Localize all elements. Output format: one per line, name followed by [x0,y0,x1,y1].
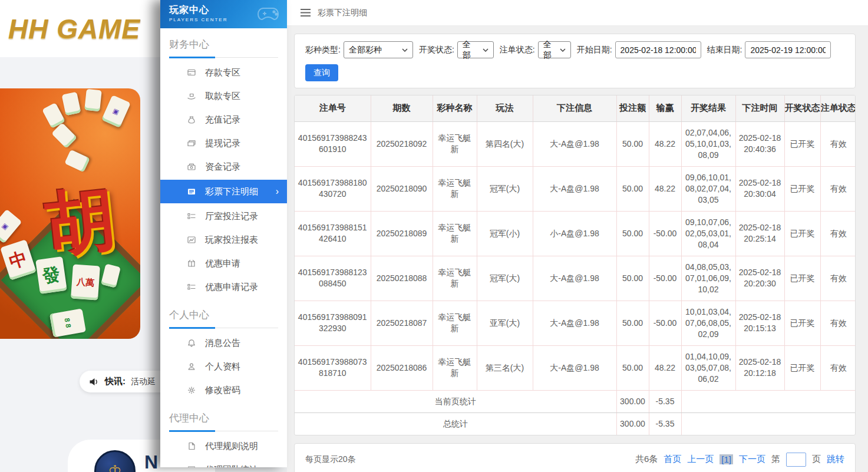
summary-winloss-total: -5.35 [649,412,681,435]
sidebar-item-password-gear[interactable]: 修改密码 [160,378,287,402]
sidebar-item-label: 厅室投注记录 [205,211,258,222]
table-cell: 20250218087 [371,301,433,345]
table-cell: 48.22 [649,166,681,211]
sidebar-item-player-report[interactable]: 玩家投注报表 [160,228,287,252]
sidebar-item-hall-records[interactable]: 厅室投注记录 [160,204,287,228]
table-cell: 有效 [820,121,856,166]
current-page-indicator: [1] [720,454,733,464]
prev-page-link[interactable]: 上一页 [687,454,714,465]
jump-prefix-label: 第 [771,454,780,465]
bet-status-select[interactable]: 全部 [538,41,571,58]
bet-table: 注单号期数彩种名称玩法下注信息投注额输赢开奖结果下注时间开奖状态注单状态4015… [295,95,856,435]
sidebar-item-withdraw-hand[interactable]: 取款专区 [160,84,287,108]
end-date-label: 结束日期: [707,45,742,55]
sidebar-item-recharge-moneybag[interactable]: 充值记录 [160,108,287,131]
team-logo: ♔ [94,450,136,472]
start-date-input[interactable] [615,41,701,58]
column-header: 彩种名称 [433,95,477,121]
sidebar-item-label: 代理规则说明 [205,441,258,452]
sidebar-item-promo-apply[interactable]: 优惠申请 [160,252,287,275]
table-cell: 冠军(小) [477,211,533,256]
jump-page-input[interactable] [786,453,806,467]
hamburger-icon[interactable] [301,9,311,16]
sidebar-item-label: 代理团队统计 [205,464,258,468]
table-header-row: 注单号期数彩种名称玩法下注信息投注额输赢开奖结果下注时间开奖状态注单状态 [295,95,856,121]
table-cell: 50.00 [616,211,649,256]
table-cell: 02,07,04,06,05,10,01,03,08,09 [681,121,735,166]
table-row: 40156917398824360191020250218092幸运飞艇新第四名… [295,121,856,166]
sidebar-item-label: 优惠申请记录 [205,282,258,293]
table-cell: 大-A盘@1.98 [533,301,616,345]
chevron-down-icon [402,48,408,52]
sidebar: 玩家中心 PLAYERS CENTER 财务中心存款专区取款专区充值记录提现记录… [160,0,287,467]
sidebar-item-label: 充值记录 [205,114,240,126]
section-divider [169,430,278,432]
sidebar-section: 个人中心 [169,308,278,329]
end-date-input[interactable] [745,41,831,58]
table-cell: 幸运飞艇新 [433,121,477,166]
message-bell-icon [187,338,196,348]
table-cell: 401569173988073818710 [295,345,371,390]
table-cell: 2025-02-18 20:12:18 [735,345,784,390]
table-cell: 48.22 [649,345,681,390]
sidebar-item-deposit-card[interactable]: 存款专区 [160,61,287,84]
table-cell: 已开奖 [784,166,820,211]
summary-bet-total: 300.00 [616,390,649,412]
jump-suffix-label: 页 [812,454,821,465]
column-header: 下注时间 [735,95,784,121]
summary-row: 总统计300.00-5.35 [295,412,856,435]
table-row: 40156917398809132293020250218087幸运飞艇新亚军(… [295,301,856,345]
sidebar-item-promo-records[interactable]: 优惠申请记录 [160,275,287,299]
hall-records-icon [187,212,196,221]
column-header: 期数 [371,95,433,121]
summary-row: 当前页统计300.00-5.35 [295,390,856,412]
draw-status-select[interactable]: 全部 [457,41,494,58]
summary-winloss-total: -5.35 [649,390,681,412]
sidebar-item-label: 优惠申请 [205,258,240,269]
query-button[interactable]: 查询 [305,64,338,81]
table-cell: -50.00 [649,256,681,301]
table-cell: 有效 [820,211,856,256]
table-cell: 2025-02-18 20:40:36 [735,121,784,166]
gamepad-icon [258,4,281,24]
sidebar-item-agent-team-stats[interactable]: 代理团队统计 [160,458,287,467]
table-cell: 20250218089 [371,211,433,256]
password-gear-icon [187,385,196,395]
section-divider [169,327,278,329]
table-cell: 第三名(大) [477,345,533,390]
filter-panel: 彩种类型: 全部彩种 开奖状态: 全部 注单状态: 全部 [294,34,856,88]
table-cell: 2025-02-18 20:30:04 [735,166,784,211]
table-cell: 50.00 [616,166,649,211]
start-date-label: 开始日期: [577,45,612,55]
ticker-label: 快讯: [105,376,126,387]
lottery-type-select[interactable]: 全部彩种 [344,41,413,58]
table-cell: 有效 [820,256,856,301]
table-cell: 401569173988091322930 [295,301,371,345]
table-cell: 冠军(大) [477,256,533,301]
sidebar-item-lottery-detail[interactable]: 彩票下注明细› [160,180,287,203]
sidebar-item-profile-user[interactable]: 个人资料 [160,355,287,378]
funds-record-icon [187,162,196,171]
column-header: 开奖结果 [681,95,735,121]
sidebar-nav: 财务中心存款专区取款专区充值记录提现记录资金记录彩票下注明细›厅室投注记录玩家投… [160,38,287,467]
table-cell: 幸运飞艇新 [433,301,477,345]
sidebar-item-message-bell[interactable]: 消息公告 [160,331,287,355]
table-cell: 401569173988151426410 [295,211,371,256]
column-header: 开奖状态 [784,95,820,121]
jump-button[interactable]: 跳转 [827,454,844,465]
draw-status-label: 开奖状态: [419,45,454,55]
sidebar-item-withdraw-cash[interactable]: 提现记录 [160,131,287,155]
sidebar-item-agent-rules-doc[interactable]: 代理规则说明 [160,434,287,458]
agent-team-stats-icon [187,465,196,467]
sidebar-item-label: 资金记录 [205,161,240,173]
first-page-link[interactable]: 首页 [664,454,681,465]
section-title: 代理中心 [169,411,278,425]
section-title: 个人中心 [169,308,278,322]
table-cell: 大-A盘@1.98 [533,121,616,166]
sidebar-item-funds-record[interactable]: 资金记录 [160,155,287,179]
next-page-link[interactable]: 下一页 [739,454,765,465]
table-cell: 有效 [820,166,856,211]
table-cell: 幸运飞艇新 [433,256,477,301]
chevron-right-icon: › [276,186,279,197]
promo-records-icon [187,282,196,292]
